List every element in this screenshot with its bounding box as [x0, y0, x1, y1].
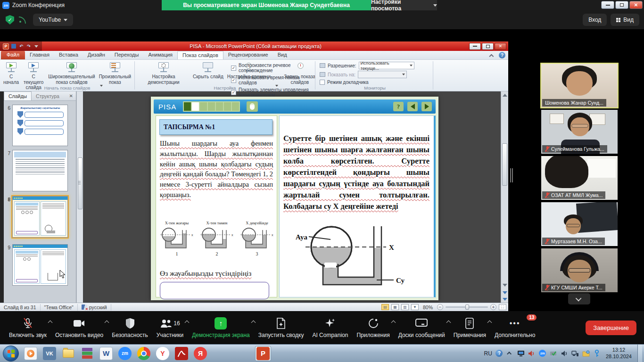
scrollbar-thumb[interactable] [78, 157, 83, 209]
updates-folder-tray-icon[interactable] [582, 350, 590, 357]
fit-to-window-button[interactable]: ⛶ [499, 304, 506, 310]
tab-transitions[interactable]: Переходы [110, 51, 144, 59]
close-button[interactable]: ✕ [629, 1, 643, 9]
panel-tab-outline[interactable]: Структура [32, 91, 64, 100]
prev-slide-button[interactable] [407, 102, 418, 111]
view-settings-button[interactable]: Настройки просмотра [371, 0, 437, 10]
tab-view[interactable]: Вид [273, 51, 292, 59]
youtube-live-button[interactable]: YouTube [33, 14, 73, 26]
language-indicator[interactable]: RU [484, 350, 492, 357]
tab-file[interactable]: Файл [1, 51, 25, 59]
scroll-up-icon[interactable] [503, 94, 507, 97]
more-button[interactable]: ••• Дополнительно 13 [490, 317, 539, 338]
reading-view-button[interactable]: ▥ [401, 304, 409, 310]
taskbar-chrome[interactable] [136, 346, 152, 361]
taskbar-clock[interactable]: 13:12 28.10.2024 [606, 347, 632, 360]
security-button[interactable]: Безопасность [107, 317, 152, 338]
participants-button[interactable]: 16 Участники [152, 317, 188, 338]
next-slide-button[interactable] [421, 102, 432, 111]
taskbar-powerpoint-active[interactable]: P [255, 346, 271, 361]
tab-review[interactable]: Рецензирование [223, 51, 273, 59]
show-hidden-icons[interactable] [506, 350, 514, 357]
undo-button[interactable]: ↶ [18, 43, 24, 49]
help-tray-icon[interactable]: ? [495, 350, 503, 357]
volume-red-tray-icon[interactable] [528, 350, 536, 357]
answer-input-box[interactable] [160, 282, 269, 299]
display-tray-icon[interactable] [517, 350, 525, 357]
antivirus-tray-icon[interactable] [550, 350, 557, 357]
speaker-tray-icon[interactable] [561, 350, 568, 357]
zoom-in-button[interactable]: + [490, 304, 496, 310]
share-screen-button[interactable]: ↑ Демонстрация экрана [188, 317, 254, 338]
ai-companion-button[interactable]: AI Companion [308, 317, 352, 338]
taskbar-word[interactable]: W [98, 346, 114, 361]
scrollbar-thumb[interactable] [502, 143, 507, 186]
login-button[interactable]: Вход [583, 14, 607, 26]
unmute-button[interactable]: Включить звук [5, 317, 51, 338]
zoom-slider[interactable] [446, 306, 488, 308]
minimize-button[interactable] [601, 1, 614, 9]
redo-button[interactable]: ↷ [26, 43, 32, 49]
tab-home[interactable]: Главная [25, 51, 54, 59]
zoom-out-button[interactable]: − [437, 304, 443, 310]
key-tray-icon[interactable] [593, 350, 601, 357]
taskbar-explorer[interactable] [60, 346, 76, 361]
start-button[interactable] [3, 346, 19, 362]
taskbar-media-player[interactable] [23, 346, 39, 361]
taskbar-yandex-browser[interactable]: Y [155, 346, 171, 361]
setup-slideshow-button[interactable]: Настройка демонстрации [137, 61, 190, 87]
security-shield-icon[interactable]: ✓ [6, 15, 14, 25]
resolution-dropdown[interactable]: Использовать текуще... [359, 62, 414, 69]
ppt-minimize-button[interactable] [469, 43, 481, 50]
normal-view-button[interactable]: ▤ [381, 304, 389, 310]
restore-button[interactable] [615, 1, 628, 9]
panel-tab-slides[interactable]: Слайды [4, 91, 32, 100]
zoom-tray-icon[interactable]: zm [539, 350, 546, 357]
panel-close-icon[interactable]: ✕ [66, 93, 76, 99]
view-button[interactable]: Вид [611, 14, 639, 26]
slideshow-view-button[interactable]: ▼ [411, 304, 419, 310]
taskbar-yandex[interactable]: Я [192, 346, 208, 361]
taskbar-acrobat[interactable] [173, 346, 190, 361]
show-on-dropdown[interactable] [358, 71, 407, 78]
zoom-slider-knob[interactable] [465, 304, 469, 310]
tab-slideshow[interactable]: Показ слайдов [177, 51, 223, 59]
play-narrations-checkbox[interactable]: ✓ Воспроизвести речевое сопровождение [231, 63, 315, 73]
whiteboards-button[interactable]: Доски сообщений [394, 317, 449, 338]
spellcheck-status[interactable]: русский [78, 304, 111, 311]
save-button[interactable] [11, 43, 17, 49]
ppt-restore-button[interactable] [482, 43, 494, 50]
live-stream-icon[interactable] [19, 16, 26, 24]
hide-slide-button[interactable]: Скрыть слайд [191, 61, 225, 87]
slide-thumbnail-8-selected[interactable]: 8 [5, 196, 68, 238]
start-summary-button[interactable]: Запустить сводку [254, 317, 308, 338]
help-icon[interactable]: ? [499, 52, 505, 58]
video-tile[interactable]: Муртазаев М.Н. Оза... [541, 202, 618, 246]
slide-help-button[interactable]: ? [393, 102, 404, 111]
end-meeting-button[interactable]: Завершение [586, 321, 636, 335]
apps-button[interactable]: Приложения [352, 317, 394, 338]
panel-scrollbar[interactable] [76, 91, 83, 303]
tab-insert[interactable]: Вставка [54, 51, 83, 59]
taskbar-vk[interactable]: VK [41, 346, 58, 361]
slide-scrollbar[interactable] [501, 91, 508, 303]
panel-resize-handle[interactable] [510, 168, 513, 182]
stop-video-button[interactable]: Остановить видео [51, 317, 107, 338]
collapse-ribbon-icon[interactable] [489, 54, 494, 58]
collapse-gallery-button[interactable] [568, 293, 590, 304]
video-tile[interactable]: Шоменова Жанар Сунд... [541, 64, 618, 107]
next-slide-icon[interactable] [503, 298, 507, 301]
mouse-icon[interactable] [247, 101, 258, 112]
slide-thumbnail-7[interactable]: 7 [5, 150, 68, 191]
presenter-view-checkbox[interactable]: Режим докладчика [320, 80, 430, 85]
slide-thumbnail-9[interactable]: 9 [5, 244, 68, 286]
notes-button[interactable]: Примечания [449, 317, 490, 338]
qat-dropdown-button[interactable] [33, 43, 39, 49]
show-desktop-button[interactable] [637, 345, 642, 362]
video-tile[interactable]: Сулейманова Гульжа... [541, 110, 618, 154]
taskbar-zoom[interactable]: zm [117, 346, 133, 361]
taskbar-winrar[interactable] [79, 346, 95, 361]
use-timings-checkbox[interactable]: ✓ Использовать время показа слайдов [231, 75, 315, 85]
tab-animations[interactable]: Анимация [143, 51, 177, 59]
video-tile[interactable]: ОЗАТ АТ ММЛ Жума... [541, 156, 618, 200]
